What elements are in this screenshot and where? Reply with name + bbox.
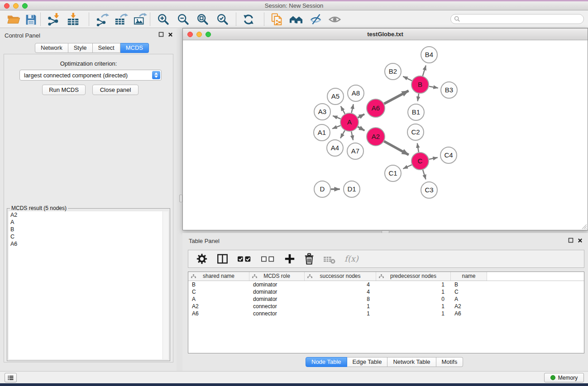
node-B1[interactable]: B1 [408,104,424,120]
edge-A2-C[interactable] [384,141,408,155]
export-table-icon[interactable] [114,12,129,27]
hide-graphics-details-icon[interactable] [309,12,323,27]
close-panel-icon[interactable] [168,32,173,37]
table-cell[interactable]: B [188,281,249,288]
criterion-dropdown[interactable]: largest connected component (directed) [19,70,162,81]
node-B2[interactable]: B2 [385,63,401,80]
node-A7[interactable]: A7 [347,143,363,159]
table-cell[interactable]: A2 [188,303,249,310]
edge-C-C1[interactable] [403,165,412,169]
graph-canvas[interactable]: B4B2BB3A8A5A6A3B1AA1C2A2A4A7C4CC1C3DD1 [183,40,588,230]
edge-B-B3[interactable] [429,86,438,88]
node-B3[interactable]: B3 [441,82,457,98]
select-all-rows-icon[interactable] [237,254,252,263]
table-cell[interactable]: A6 [188,310,249,317]
delete-table-icon[interactable] [323,253,336,264]
function-builder-icon[interactable]: f(x) [344,255,359,263]
float-table-panel-icon[interactable] [568,238,574,243]
node-A4[interactable]: A4 [327,140,343,156]
node-B4[interactable]: B4 [421,47,437,63]
table-cell[interactable]: dominator [249,288,305,295]
table-cell[interactable]: 1 [376,288,451,295]
result-item[interactable]: A2 [9,211,168,219]
table-cell[interactable]: A2 [451,303,487,310]
edge-A-A1[interactable] [332,125,340,129]
node-A3[interactable]: A3 [314,104,330,120]
table-cell[interactable]: dominator [249,281,305,288]
app-titlebar[interactable]: Session: New Session [0,1,588,10]
table-cell[interactable]: 1 [376,281,451,288]
column-header-predecessor-nodes[interactable]: predecessor nodes [376,272,451,281]
node-B[interactable]: B [411,76,429,93]
network-window-titlebar[interactable]: testGlobe.txt [183,29,588,40]
float-panel-icon[interactable] [158,32,164,37]
column-header-name[interactable]: name [451,272,487,281]
table-cell[interactable]: 8 [305,295,376,303]
result-item[interactable]: A [9,219,168,226]
zoom-out-icon[interactable] [176,12,191,27]
edge-A-A8[interactable] [352,104,354,113]
table-cell[interactable]: 0 [376,295,451,303]
edge-C-C2[interactable] [417,143,419,152]
import-table-icon[interactable] [66,12,81,27]
table-cell[interactable]: C [188,288,249,295]
zoom-fit-icon[interactable] [196,12,210,27]
zoom-selected-icon[interactable] [215,12,230,27]
node-A6[interactable]: A6 [367,99,385,117]
table-row[interactable]: A2connector11A2 [188,303,584,310]
node-D[interactable]: D [314,181,330,197]
node-A2[interactable]: A2 [367,128,385,146]
close-network-button[interactable] [187,32,193,37]
table-tab-motifs[interactable]: Motifs [436,357,464,367]
node-A[interactable]: A [340,113,359,131]
node-C1[interactable]: C1 [385,165,401,181]
table-cell[interactable]: B [451,281,487,288]
delete-column-icon[interactable] [304,253,315,265]
column-header-MCDS-role[interactable]: MCDS role [249,272,305,281]
node-C[interactable]: C [411,152,429,170]
dropdown-stepper-icon[interactable] [152,71,160,79]
table-row[interactable]: Adominator80A [188,295,584,303]
edge-A-A6[interactable] [358,114,365,118]
node-C2[interactable]: C2 [407,124,424,140]
edge-A6-B[interactable] [384,91,409,104]
export-network-icon[interactable] [95,12,110,27]
task-history-button[interactable] [5,373,17,382]
table-cell[interactable]: C [451,288,487,295]
edge-A-A7[interactable] [351,132,353,140]
split-view-icon[interactable] [216,253,229,265]
result-item[interactable]: C [9,233,168,240]
table-cell[interactable]: A6 [451,310,487,317]
table-cell[interactable]: 1 [376,310,451,317]
zoom-network-button[interactable] [206,32,211,37]
minimize-window-button[interactable] [13,3,19,9]
node-A8[interactable]: A8 [348,85,364,101]
edge-B-B1[interactable] [418,94,419,101]
edge-C-C4[interactable] [429,157,438,159]
tab-network[interactable]: Network [35,43,68,53]
export-image-icon[interactable] [133,12,148,27]
table-cell[interactable]: connector [249,310,305,317]
table-tab-network-table[interactable]: Network Table [387,357,436,367]
node-C3[interactable]: C3 [421,182,437,198]
run-mcds-button[interactable]: Run MCDS [42,85,86,95]
table-cell[interactable]: 1 [305,310,376,317]
search-box[interactable] [450,14,584,24]
table-row[interactable]: Bdominator41B [188,281,584,288]
table-tab-node-table[interactable]: Node Table [306,357,347,367]
node-table[interactable]: shared nameMCDS rolesuccessor nodesprede… [188,272,584,353]
table-cell[interactable]: 4 [305,288,376,295]
table-cell[interactable]: connector [249,303,305,310]
network-view-window[interactable]: testGlobe.txt B4B2BB3A8A5A6A3B1AA1C2A2A4… [182,28,588,230]
refresh-view-icon[interactable] [241,12,256,27]
result-item[interactable]: A6 [9,240,168,248]
node-A1[interactable]: A1 [314,124,330,141]
close-table-panel-icon[interactable] [578,238,583,243]
close-window-button[interactable] [4,3,10,9]
mcds-result-list[interactable]: A2ABCA6 [9,211,168,359]
table-row[interactable]: A6connector11A6 [188,310,584,317]
zoom-in-icon[interactable] [156,12,171,27]
vertical-splitter-grip[interactable] [179,195,182,202]
open-file-icon[interactable] [6,12,21,27]
deselect-all-rows-icon[interactable] [261,254,276,263]
